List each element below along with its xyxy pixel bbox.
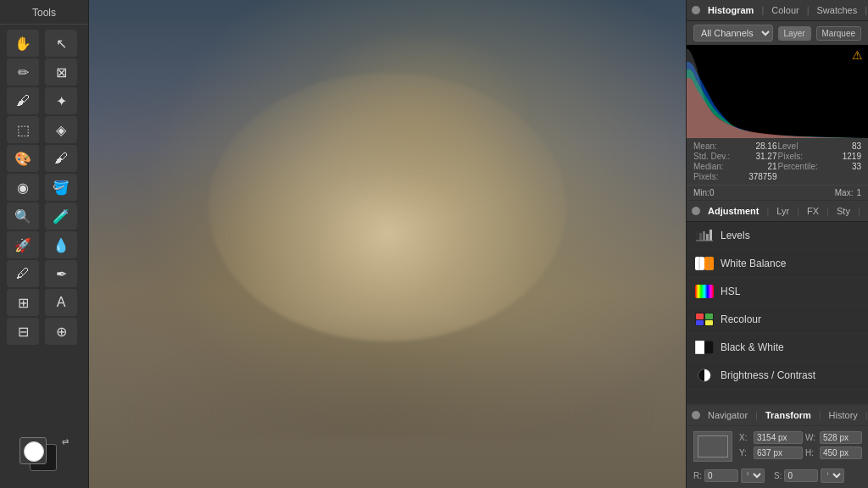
pixels2-stat: Pixels: 1219 (778, 152, 862, 161)
percentile-stat: Percentile: 33 (778, 162, 862, 171)
text-tool[interactable]: A (45, 289, 77, 316)
adj-item-hsl[interactable]: HSL (687, 278, 868, 306)
adj-item-recolour[interactable]: Recolour (687, 306, 868, 334)
r-value[interactable] (704, 469, 738, 482)
color-tool[interactable]: 🎨 (7, 145, 39, 172)
grid-tool[interactable]: ⊞ (7, 289, 39, 316)
tab-adjustment[interactable]: Adjustment (704, 204, 764, 218)
navigator-tabs-row: Navigator | Transform | History | Channe… (687, 404, 868, 426)
tab-fx[interactable]: FX (803, 204, 823, 218)
black-white-icon (695, 340, 714, 355)
nav-thumb-inner (698, 435, 728, 458)
adj-item-levels[interactable]: Levels (687, 222, 868, 250)
tab-transform[interactable]: Transform (761, 408, 815, 422)
smudge-tool[interactable]: 🖊 (7, 260, 39, 287)
layer-btn[interactable]: Layer (778, 26, 811, 41)
s-unit-select[interactable]: ° (821, 469, 844, 483)
svg-rect-12 (705, 313, 713, 319)
eyedropper-tool[interactable]: ✏ (7, 58, 39, 86)
max-label: Max: (835, 188, 854, 197)
svg-rect-3 (706, 234, 709, 241)
drop-tool[interactable]: 💧 (45, 231, 77, 258)
histogram-svg (687, 45, 868, 138)
adj-dot (692, 207, 700, 215)
y-label: Y: (739, 448, 751, 458)
tab-history[interactable]: History (825, 408, 862, 422)
min-max-row: Min: 0 Max: 1 (687, 185, 868, 200)
tools-panel: Tools ✋ ↖ ✏ ⊠ 🖌 ✦ ⬚ ◈ 🎨 🖌 ◉ 🪣 🔍 🧪 🚀 💧 🖊 … (0, 0, 89, 488)
channel-select[interactable]: All Channels (693, 25, 773, 42)
adj-item-black-white[interactable]: Black & White (687, 334, 868, 362)
median-stat: Median: 21 (693, 162, 777, 171)
tab-colour[interactable]: Colour (767, 3, 803, 17)
w-label: W: (805, 433, 817, 442)
tools-title: Tools (0, 0, 88, 25)
tab-navigator[interactable]: Navigator (704, 408, 752, 422)
grid2-tool[interactable]: ⊟ (7, 318, 39, 345)
fill-tool[interactable]: 🪣 (45, 174, 77, 201)
rocket-tool[interactable]: 🚀 (7, 231, 39, 258)
swap-colors-icon[interactable]: ⇄ (62, 437, 69, 446)
histogram-canvas: ⚠ (687, 45, 868, 138)
dodge-tool[interactable]: 🧪 (45, 202, 77, 230)
tab-sty[interactable]: Sty (832, 204, 854, 218)
cloud-layer (89, 0, 686, 488)
navigator-fields: X: W: Y: H: (739, 431, 862, 459)
magnify-tool[interactable]: 🔍 (7, 202, 39, 230)
color-swatches: ⇄ (19, 437, 69, 480)
marquee-tool[interactable]: ⬚ (7, 116, 39, 143)
y-value[interactable] (754, 446, 803, 459)
s-value[interactable] (784, 469, 818, 482)
adj-item-brightness-contrast[interactable]: Brightness / Contrast (687, 362, 868, 390)
recolour-icon (695, 312, 714, 327)
histogram-warning-icon: ⚠ (852, 48, 863, 62)
svg-rect-0 (696, 230, 698, 241)
white-balance-icon (695, 256, 714, 271)
svg-rect-6 (695, 257, 704, 270)
adjustment-section: Adjustment | Lyr | FX | Sty | Stock (687, 201, 868, 404)
eraser-tool[interactable]: ◉ (7, 174, 39, 201)
marquee-btn[interactable]: Marquee (816, 26, 861, 41)
crop-tool[interactable]: ⊠ (45, 58, 77, 86)
max-value: 1 (856, 188, 861, 197)
pen-tool[interactable]: ✒ (45, 260, 77, 287)
navigator-section: Navigator | Transform | History | Channe… (687, 404, 868, 488)
adjustment-tabs-row: Adjustment | Lyr | FX | Sty | Stock (687, 201, 868, 222)
svg-rect-4 (709, 230, 712, 241)
black-white-label: Black & White (721, 341, 784, 353)
tab-lyr[interactable]: Lyr (772, 204, 793, 218)
tab-stock[interactable]: Stock (864, 204, 868, 218)
tab-swatches[interactable]: Swatches (813, 3, 862, 17)
foreground-color-swatch[interactable] (19, 437, 47, 464)
x-value[interactable] (754, 431, 803, 444)
levels-label: Levels (721, 230, 750, 241)
r-unit-select[interactable]: ° (741, 469, 765, 483)
w-value[interactable] (820, 431, 862, 444)
w-field-row: W: (805, 431, 862, 444)
canvas-background (89, 0, 686, 488)
r-label: R: (693, 471, 702, 480)
canvas-area[interactable] (89, 0, 686, 488)
paint-brush-tool[interactable]: 🖌 (7, 87, 39, 114)
hand-tool[interactable]: ✋ (7, 30, 39, 57)
brightness-contrast-icon (695, 368, 714, 383)
navigator-thumbnail (693, 431, 732, 462)
adj-item-white-balance[interactable]: White Balance (687, 250, 868, 278)
histogram-controls: All Channels Layer Marquee (687, 21, 868, 45)
heal-tool[interactable]: ✦ (45, 87, 77, 114)
h-value[interactable] (820, 446, 862, 459)
clone-tool[interactable]: ◈ (45, 116, 77, 143)
adjustment-list: Levels White Balance (687, 222, 868, 403)
svg-rect-2 (703, 231, 705, 241)
brush-tool[interactable]: 🖌 (45, 145, 77, 172)
selection-tool[interactable]: ↖ (45, 30, 77, 57)
std-dev-stat: Std. Dev.: 31.27 (693, 152, 777, 161)
svg-rect-9 (695, 285, 714, 298)
x-field-row: X: (739, 431, 803, 444)
tab-histogram[interactable]: Histogram (704, 3, 758, 17)
mean-stat: Mean: 28.16 (693, 141, 777, 151)
histogram-section: Histogram | Colour | Swatches | Brushes … (687, 0, 868, 201)
y-field-row: Y: (739, 446, 803, 459)
svg-rect-14 (705, 320, 713, 325)
zoom-tool[interactable]: ⊕ (45, 318, 77, 345)
